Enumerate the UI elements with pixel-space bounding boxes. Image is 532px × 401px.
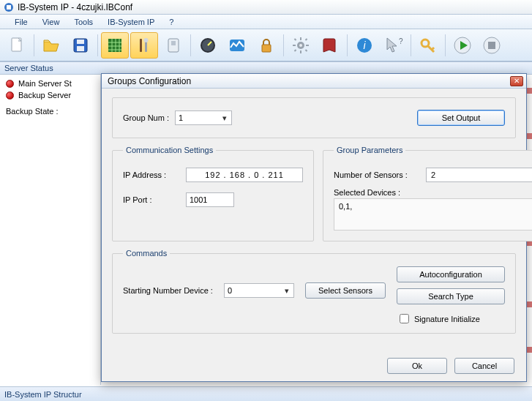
toolbar-new-icon[interactable] xyxy=(3,32,31,59)
svg-rect-27 xyxy=(306,45,309,46)
server-status-panel: Main Server St Backup Server Backup Stat… xyxy=(0,75,101,385)
starting-number-device-combo[interactable]: 0 ▾ xyxy=(224,283,294,298)
communication-settings-legend: Communication Settings xyxy=(123,146,216,154)
main-toolbar: i ? xyxy=(0,29,532,61)
number-of-sensors-label: Number of Sensors : xyxy=(334,170,420,179)
toolbar-tools-icon[interactable] xyxy=(130,32,158,59)
toolbar-gauge-icon[interactable] xyxy=(194,32,222,59)
selected-devices-label: Selected Devices : xyxy=(334,188,400,197)
svg-rect-13 xyxy=(140,39,142,52)
selected-devices-value: 0,1, xyxy=(339,202,352,211)
commands-section: Commands Starting Number Device : 0 ▾ Se… xyxy=(112,249,516,334)
ip-address-value: 192 . 168 . 0 . 211 xyxy=(205,170,284,179)
svg-text:?: ? xyxy=(399,37,403,45)
ip-port-label: IP Port : xyxy=(123,195,180,204)
svg-rect-30 xyxy=(305,38,308,41)
toolbar-sep xyxy=(445,34,446,56)
menubar: File View Tools IB-System IP ? xyxy=(0,15,532,29)
signature-initialize-row[interactable]: Signature Initialize xyxy=(397,312,505,326)
toolbar-activity-icon[interactable] xyxy=(223,32,251,59)
backup-server-label: Backup Server xyxy=(18,91,71,100)
commands-left: Starting Number Device : 0 ▾ Select Sens… xyxy=(123,266,386,299)
menu-help[interactable]: ? xyxy=(163,16,179,28)
commands-legend: Commands xyxy=(123,249,170,258)
commands-right: Autoconfiguration Search Type Signature … xyxy=(397,266,505,326)
chevron-down-icon: ▾ xyxy=(282,286,292,296)
signature-initialize-checkbox[interactable] xyxy=(400,314,409,323)
group-num-section: Group Num : 1 ▾ Set Output xyxy=(112,97,516,138)
toolbar-info-icon[interactable]: i xyxy=(351,32,378,59)
svg-rect-1 xyxy=(7,5,11,10)
dialog-titlebar[interactable]: Groups Configuration ✕ xyxy=(102,74,526,89)
ip-port-input[interactable] xyxy=(186,192,234,207)
main-window-title: IB-System IP - 4czujki.IBConf xyxy=(18,2,132,12)
toolbar-sep xyxy=(347,34,348,56)
toolbar-stop-icon[interactable] xyxy=(478,32,506,59)
selected-devices-box: 0,1, xyxy=(334,198,532,231)
dialog-close-button[interactable]: ✕ xyxy=(510,76,523,86)
group-parameters-section: Group Parameters Number of Sensors : Sel… xyxy=(323,146,532,241)
toolbar-open-icon[interactable] xyxy=(37,32,65,59)
backup-state-label: Backup State : xyxy=(6,107,59,116)
bottom-status-strip: IB-System IP Structur xyxy=(0,386,532,401)
svg-rect-29 xyxy=(305,49,308,52)
groups-configuration-dialog: Groups Configuration ✕ Group Num : 1 ▾ S… xyxy=(101,73,527,382)
svg-point-32 xyxy=(299,44,302,47)
dialog-title: Groups Configuration xyxy=(108,76,191,86)
svg-rect-31 xyxy=(294,49,297,52)
toolbar-sep xyxy=(34,34,34,56)
search-type-button[interactable]: Search Type xyxy=(397,288,505,304)
menu-tools[interactable]: Tools xyxy=(68,16,99,28)
status-dot-icon xyxy=(6,91,14,100)
main-server-status-label: Main Server St xyxy=(18,79,72,88)
toolbar-lock-icon[interactable] xyxy=(252,32,280,59)
svg-rect-25 xyxy=(300,50,301,53)
toolbar-gear-icon[interactable] xyxy=(287,32,315,59)
svg-rect-17 xyxy=(171,41,176,45)
toolbar-sep xyxy=(97,34,98,56)
server-status-label: Server Status xyxy=(4,64,53,72)
svg-rect-22 xyxy=(262,45,271,52)
cancel-button[interactable]: Cancel xyxy=(454,358,514,374)
autoconfiguration-button[interactable]: Autoconfiguration xyxy=(397,266,505,282)
svg-rect-24 xyxy=(300,37,301,40)
close-icon: ✕ xyxy=(514,78,520,85)
ip-address-input[interactable]: 192 . 168 . 0 . 211 xyxy=(186,168,303,182)
svg-rect-5 xyxy=(77,46,84,51)
ok-button[interactable]: Ok xyxy=(387,358,447,374)
set-output-button[interactable]: Set Output xyxy=(417,110,505,126)
starting-number-device-value: 0 xyxy=(228,286,232,295)
status-dot-icon xyxy=(6,80,14,88)
toolbar-sep xyxy=(283,34,284,56)
dialog-footer: Ok Cancel xyxy=(387,358,514,374)
group-parameters-legend: Group Parameters xyxy=(334,146,405,154)
group-num-combo[interactable]: 1 ▾ xyxy=(175,110,232,125)
backup-state-row: Backup State : xyxy=(6,107,100,116)
group-num-label: Group Num : xyxy=(123,113,169,122)
select-sensors-button[interactable]: Select Sensors xyxy=(305,282,386,299)
toolbar-key-icon[interactable] xyxy=(414,32,442,59)
menu-file[interactable]: File xyxy=(9,16,34,28)
app-icon xyxy=(3,1,15,13)
toolbar-play-icon[interactable] xyxy=(449,32,476,59)
communication-settings-section: Communication Settings IP Address : 192 … xyxy=(112,146,314,241)
toolbar-sep xyxy=(190,34,191,56)
backup-server-status-row: Backup Server xyxy=(6,91,100,100)
number-of-sensors-input[interactable] xyxy=(426,168,532,182)
toolbar-switch-icon[interactable] xyxy=(160,32,187,59)
svg-rect-26 xyxy=(293,45,296,46)
structure-label: IB-System IP Structur xyxy=(4,390,82,399)
menu-ibsystem[interactable]: IB-System IP xyxy=(102,16,160,28)
toolbar-cursor-help-icon[interactable]: ? xyxy=(380,32,408,59)
toolbar-book-icon[interactable] xyxy=(316,32,344,59)
svg-rect-40 xyxy=(488,42,495,49)
toolbar-save-icon[interactable] xyxy=(67,32,94,59)
svg-rect-4 xyxy=(77,40,84,44)
group-num-value: 1 xyxy=(179,113,183,122)
main-window-titlebar: IB-System IP - 4czujki.IBConf xyxy=(0,0,532,15)
toolbar-grid-icon[interactable] xyxy=(101,32,129,59)
svg-rect-28 xyxy=(294,38,297,41)
menu-view[interactable]: View xyxy=(37,16,66,28)
dialog-body: Group Num : 1 ▾ Set Output Communication… xyxy=(102,89,526,381)
starting-number-device-label: Starting Number Device : xyxy=(123,286,213,295)
